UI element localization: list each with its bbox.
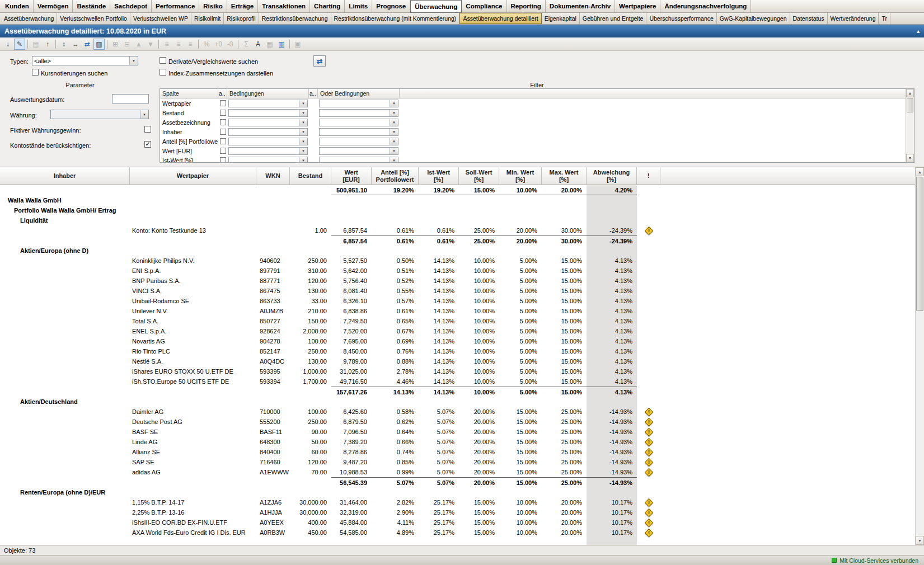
- menu-tab-bestande[interactable]: Bestände: [73, 0, 110, 12]
- filter-bedingungen-select[interactable]: ▼: [228, 109, 308, 117]
- column-header-wkn[interactable]: WKN: [256, 167, 290, 185]
- tab-restriktionsuberwachung-mit-kommentierung[interactable]: Restriktionsüberwachung (mit Kommentieru…: [331, 13, 460, 24]
- menu-tab-wertpapiere[interactable]: Wertpapiere: [615, 0, 660, 12]
- column-header-ist[interactable]: Ist-Wert [%]: [419, 167, 459, 185]
- menu-tab-dokumenten-archiv[interactable]: Dokumenten-Archiv: [546, 0, 615, 12]
- fit-rows-icon[interactable]: ↕: [58, 39, 69, 50]
- tab-assetuberwachung-detailliert[interactable]: Assetüberwachung detailliert: [459, 13, 541, 24]
- menu-tab-transaktionen[interactable]: Transaktionen: [258, 0, 310, 12]
- group-row[interactable]: Portfolio Walla Walla GmbH/ Ertrag: [0, 205, 915, 215]
- table-row[interactable]: BASF SEBASF1190.007,096.500.64%5.07%20.0…: [0, 427, 915, 437]
- chevron-down-icon[interactable]: ▼: [299, 100, 307, 107]
- auswertungsdatum-input[interactable]: [112, 94, 149, 103]
- table-row[interactable]: ENI S.p.A.897791310.005,642.000.51%14.13…: [0, 266, 915, 276]
- chevron-down-icon[interactable]: ▼: [140, 110, 148, 119]
- chevron-down-icon[interactable]: ▼: [299, 138, 307, 145]
- table-row[interactable]: BNP Paribas S.A.887771120.005,756.400.52…: [0, 276, 915, 286]
- column-header-wp[interactable]: Wertpapier: [130, 167, 256, 185]
- table-row[interactable]: Rio Tinto PLC852147250.008,450.000.76%14…: [0, 346, 915, 356]
- table-row[interactable]: Unibail-Rodamco SE86373333.006,326.100.5…: [0, 296, 915, 306]
- filter-bedingungen-select[interactable]: ▼: [228, 138, 308, 145]
- menu-tab-prognose[interactable]: Prognose: [372, 0, 410, 12]
- menu-tab-vermogen[interactable]: Vermögen: [34, 0, 73, 12]
- summary-row[interactable]: 500,951.1019.20%19.20%15.00%10.00%20.00%…: [0, 185, 915, 195]
- kontostaende-checkbox[interactable]: ✓: [144, 141, 151, 148]
- refresh-icon[interactable]: ⇄: [82, 39, 93, 50]
- filter-bedingungen-select[interactable]: ▼: [228, 147, 308, 155]
- collapse-panel-icon[interactable]: ▴: [917, 29, 920, 34]
- group-row[interactable]: Renten/Europa (ohne D)/EUR: [0, 487, 915, 497]
- table-row[interactable]: Nestlé S.A.A0Q4DC130.009,789.000.88%14.1…: [0, 356, 915, 366]
- filter-oder-bedingungen-select[interactable]: ▼: [319, 100, 398, 107]
- filter-oder-bedingungen-select[interactable]: ▼: [319, 128, 398, 136]
- scroll-down-icon[interactable]: ▼: [906, 154, 914, 162]
- table-scrollbar-thumb[interactable]: [916, 177, 923, 311]
- table-row[interactable]: Deutsche Post AG555200250.006,879.500.62…: [0, 417, 915, 427]
- filter-oder-bedingungen-select[interactable]: ▼: [319, 138, 398, 145]
- typen-select[interactable]: <alle> ▼: [32, 56, 138, 65]
- table-scrollbar[interactable]: ▲ ▼: [915, 167, 924, 545]
- edit-layout-icon[interactable]: ✎: [14, 39, 25, 50]
- chevron-down-icon[interactable]: ▼: [299, 129, 307, 135]
- filter-and-checkbox[interactable]: [220, 148, 226, 154]
- table-row[interactable]: AXA World Fds-Euro Credit IG I Dis. EURA…: [0, 528, 915, 538]
- column-header-soll[interactable]: Soll-Wert [%]: [459, 167, 499, 185]
- tab-risikolimit[interactable]: Risikolimit: [191, 13, 224, 24]
- tab-verlustschwellen-portfolio[interactable]: Verlustschwellen Portfolio: [57, 13, 130, 24]
- waehrung-select[interactable]: ▼: [50, 110, 149, 119]
- index-checkbox[interactable]: [160, 69, 166, 76]
- menu-tab-risiko[interactable]: Risiko: [199, 0, 227, 12]
- tab-datenstatus[interactable]: Datenstatus: [790, 13, 828, 24]
- table-row[interactable]: Allianz SE84040060.008,278.860.74%5.07%2…: [0, 447, 915, 457]
- derivate-checkbox[interactable]: [160, 57, 166, 64]
- filter-and-checkbox[interactable]: [220, 157, 226, 163]
- filter-and-checkbox[interactable]: [220, 129, 226, 135]
- column-header-inhaber[interactable]: Inhaber: [0, 167, 130, 185]
- export-icon[interactable]: ↓: [2, 39, 13, 50]
- chevron-down-icon[interactable]: ▼: [390, 148, 398, 154]
- subtotal-row[interactable]: 56,545.395.07%5.07%20.00%15.00%25.00%-14…: [0, 477, 915, 487]
- filter-bedingungen-select[interactable]: ▼: [228, 157, 308, 163]
- menu-tab-sachdepot[interactable]: Sachdepot: [110, 0, 152, 12]
- menu-tab-kunden[interactable]: Kunden: [1, 0, 34, 12]
- chevron-down-icon[interactable]: ▼: [390, 119, 398, 126]
- table-row[interactable]: iShsIII-EO COR.BD EX-FIN.U.ETFA0YEEX400.…: [0, 517, 915, 528]
- table-row[interactable]: 1,15% B.T.P. 14-17A1ZJA630,000.0031,464.…: [0, 497, 915, 507]
- menu-tab-performance[interactable]: Performance: [152, 0, 199, 12]
- column-header-bestand[interactable]: Bestand: [290, 167, 331, 185]
- column-header-wert[interactable]: Wert [EUR]: [331, 167, 372, 185]
- table-row[interactable]: 2,25% B.T.P. 13-16A1HJJA30,000.0032,319.…: [0, 507, 915, 517]
- table-row[interactable]: ENEL S.p.A.9286242,000.007,520.000.67%14…: [0, 326, 915, 336]
- chevron-down-icon[interactable]: ▼: [390, 110, 398, 116]
- group-row[interactable]: Aktien/Europa (ohne D): [0, 246, 915, 256]
- filter-and-checkbox[interactable]: [220, 119, 226, 125]
- menu-tab-ertrage[interactable]: Erträge: [227, 0, 258, 12]
- filter-bedingungen-select[interactable]: ▼: [228, 100, 308, 107]
- filter-and-checkbox[interactable]: [220, 100, 226, 106]
- tab-tr[interactable]: Tr: [879, 13, 890, 24]
- filter-and-checkbox[interactable]: [220, 138, 226, 144]
- refresh-button[interactable]: ⇄: [313, 55, 326, 67]
- table-row[interactable]: Koninklijke Philips N.V.940602250.005,52…: [0, 256, 915, 266]
- scroll-up-icon[interactable]: ▲: [906, 89, 914, 97]
- chevron-down-icon[interactable]: ▼: [299, 119, 307, 126]
- filter-grid-scrollbar-thumb[interactable]: [907, 98, 913, 112]
- menu-tab-limits[interactable]: Limits: [345, 0, 372, 12]
- table-row[interactable]: Konto: Konto Testkunde 131.006,857.540.6…: [0, 225, 915, 236]
- group-row[interactable]: Walla Walla GmbH: [0, 195, 915, 205]
- group-row[interactable]: Aktien/Deutschland: [0, 397, 915, 407]
- filter-oder-bedingungen-select[interactable]: ▼: [319, 109, 398, 117]
- column-header-min[interactable]: Min. Wert [%]: [499, 167, 542, 185]
- group-row[interactable]: Liquidität: [0, 215, 915, 225]
- tab-wertveranderung[interactable]: Wertveränderung: [828, 13, 879, 24]
- filter-grid-scrollbar[interactable]: ▲ ▼: [906, 89, 914, 162]
- chevron-down-icon[interactable]: ▼: [390, 138, 398, 145]
- chevron-down-icon[interactable]: ▼: [299, 148, 307, 154]
- subtotal-row[interactable]: 6,857.540.61%0.61%25.00%20.00%30.00%-24.…: [0, 236, 915, 246]
- chevron-down-icon[interactable]: ▼: [299, 157, 307, 163]
- column-selection-icon[interactable]: ▥: [93, 39, 105, 50]
- font-icon[interactable]: A: [252, 39, 264, 50]
- filter-oder-bedingungen-select[interactable]: ▼: [319, 119, 398, 126]
- filter-bedingungen-select[interactable]: ▼: [228, 119, 308, 126]
- table-row[interactable]: Unilever N.V.A0JMZB210.006,838.860.61%14…: [0, 306, 915, 316]
